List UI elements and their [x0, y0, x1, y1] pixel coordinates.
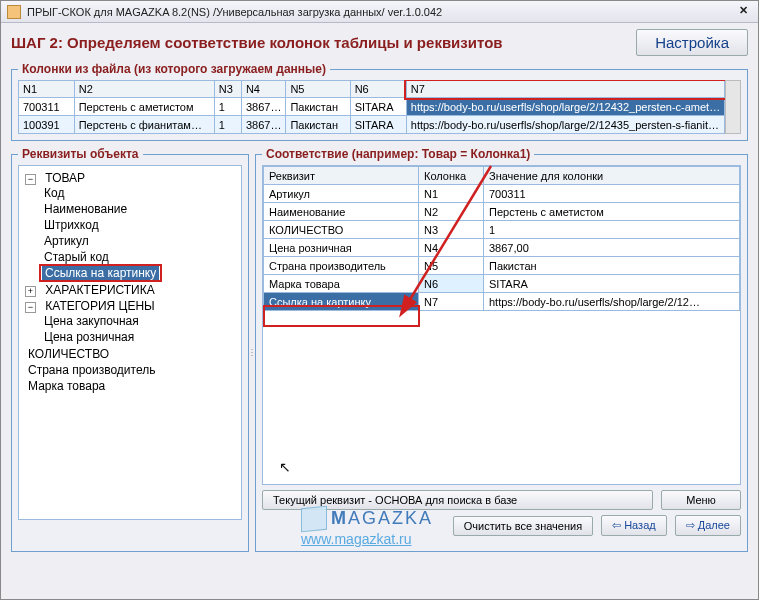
cell[interactable]: N2	[419, 203, 484, 221]
table-row[interactable]: Марка товараN6SITARA	[264, 275, 740, 293]
col-header[interactable]: N1	[19, 81, 75, 98]
cell[interactable]: SITARA	[350, 116, 406, 134]
table-row[interactable]: 100391 Перстень с фианитам… 1 3867… Паки…	[19, 116, 725, 134]
tree-leaf[interactable]: Марка товара	[25, 378, 239, 394]
cell[interactable]: 1	[214, 116, 241, 134]
cell[interactable]: 3867,00	[484, 239, 740, 257]
table-row[interactable]: КОЛИЧЕСТВОN31	[264, 221, 740, 239]
table-row[interactable]: 700311 Перстень с аметистом 1 3867… Паки…	[19, 98, 725, 116]
tree-leaf[interactable]: Наименование	[41, 201, 239, 217]
table-row[interactable]: АртикулN1700311	[264, 185, 740, 203]
mapping-table[interactable]: Реквизит Колонка Значение для колонки Ар…	[263, 166, 740, 311]
cell[interactable]: КОЛИЧЕСТВО	[264, 221, 419, 239]
vertical-scrollbar[interactable]	[725, 80, 741, 134]
tree-leaf-image-link[interactable]: Ссылка на картинку	[41, 265, 239, 281]
col-header[interactable]: N3	[214, 81, 241, 98]
mapping-box: Соответствие (например: Товар = Колонка1…	[255, 147, 748, 552]
file-columns-table[interactable]: N1 N2 N3 N4 N5 N6 N7 700311 Перстень с а…	[18, 80, 725, 134]
tree-node-harak[interactable]: + ХАРАКТЕРИСТИКА	[25, 282, 239, 298]
requisite-tree[interactable]: − ТОВАР Код Наименование Штрихкод Артику…	[18, 165, 242, 520]
cell[interactable]: Перстень с аметистом	[74, 98, 214, 116]
cell[interactable]: SITARA	[350, 98, 406, 116]
tree-node-category[interactable]: − КАТЕГОРИЯ ЦЕНЫ Цена закупочная Цена ро…	[25, 298, 239, 346]
table-row[interactable]: Цена розничнаяN43867,00	[264, 239, 740, 257]
back-button[interactable]: ⇦ Назад	[601, 515, 667, 536]
table-row[interactable]: Страна производительN5Пакистан	[264, 257, 740, 275]
col-header[interactable]: Значение для колонки	[484, 167, 740, 185]
cell[interactable]: Пакистан	[484, 257, 740, 275]
cell[interactable]: Пакистан	[286, 98, 350, 116]
tree-leaf[interactable]: Старый код	[41, 249, 239, 265]
close-icon[interactable]: ✕	[734, 4, 752, 20]
mapping-legend: Соответствие (например: Товар = Колонка1…	[262, 147, 534, 161]
cell[interactable]: https://body-bo.ru/userfls/shop/large/2/…	[484, 293, 740, 311]
cell[interactable]: N5	[419, 257, 484, 275]
tree-leaf[interactable]: Артикул	[41, 233, 239, 249]
col-header[interactable]: Колонка	[419, 167, 484, 185]
titlebar: ПРЫГ-СКОК для MAGAZKA 8.2(NS) /Универсал…	[1, 1, 758, 23]
clear-all-button[interactable]: Очистить все значения	[453, 516, 593, 536]
cell[interactable]: 1	[484, 221, 740, 239]
table-header-row: Реквизит Колонка Значение для колонки	[264, 167, 740, 185]
cell[interactable]: Наименование	[264, 203, 419, 221]
col-header-n7[interactable]: N7	[406, 81, 724, 98]
tree-leaf[interactable]: Код	[41, 185, 239, 201]
step-title: ШАГ 2: Определяем соответствие колонок т…	[11, 34, 636, 51]
cell[interactable]: 1	[214, 98, 241, 116]
collapse-icon[interactable]: −	[25, 174, 36, 185]
tree-node-tovar[interactable]: − ТОВАР Код Наименование Штрихкод Артику…	[25, 170, 239, 282]
cell[interactable]: 700311	[484, 185, 740, 203]
cell[interactable]: Пакистан	[286, 116, 350, 134]
cell[interactable]: https://body-bo.ru/userfls/shop/large/2/…	[406, 116, 724, 134]
object-requisites-box: Реквизиты объекта − ТОВАР Код Наименован…	[11, 147, 249, 552]
table-header-row: N1 N2 N3 N4 N5 N6 N7	[19, 81, 725, 98]
expand-icon[interactable]: +	[25, 286, 36, 297]
arrow-left-icon: ⇦	[612, 519, 621, 531]
file-columns-legend: Колонки из файла (из которого загружаем …	[18, 62, 330, 76]
current-requisite-button[interactable]: Текущий реквизит - ОСНОВА для поиска в б…	[262, 490, 653, 510]
window-title: ПРЫГ-СКОК для MAGAZKA 8.2(NS) /Универсал…	[27, 6, 734, 18]
cell[interactable]: N4	[419, 239, 484, 257]
splitter-grip-icon: ···	[251, 348, 254, 357]
tree-leaf[interactable]: Цена розничная	[41, 329, 239, 345]
cell[interactable]: Перстень с аметистом	[484, 203, 740, 221]
col-header[interactable]: N2	[74, 81, 214, 98]
file-columns-box: Колонки из файла (из которого загружаем …	[11, 62, 748, 141]
col-header[interactable]: N5	[286, 81, 350, 98]
cell[interactable]: Артикул	[264, 185, 419, 203]
cell[interactable]: 3867…	[241, 116, 285, 134]
next-button[interactable]: ⇨ Далее	[675, 515, 741, 536]
tree-leaf[interactable]: КОЛИЧЕСТВО	[25, 346, 239, 362]
table-row[interactable]: НаименованиеN2Перстень с аметистом	[264, 203, 740, 221]
cell[interactable]: SITARA	[484, 275, 740, 293]
cell[interactable]: 700311	[19, 98, 75, 116]
settings-button[interactable]: Настройка	[636, 29, 748, 56]
collapse-icon[interactable]: −	[25, 302, 36, 313]
cell[interactable]: N3	[419, 221, 484, 239]
tree-leaf[interactable]: Цена закупочная	[41, 313, 239, 329]
cell[interactable]: Цена розничная	[264, 239, 419, 257]
cell[interactable]: Страна производитель	[264, 257, 419, 275]
cell-selected[interactable]: https://body-bo.ru/userfls/shop/large/2/…	[406, 98, 724, 116]
menu-button[interactable]: Меню	[661, 490, 741, 510]
app-icon	[7, 5, 21, 19]
cell[interactable]: N6	[419, 275, 484, 293]
cell[interactable]: N1	[419, 185, 484, 203]
cell-selected[interactable]: Ссылка на картинку	[264, 293, 419, 311]
cell[interactable]: 3867…	[241, 98, 285, 116]
object-requisites-legend: Реквизиты объекта	[18, 147, 143, 161]
tree-leaf[interactable]: Штрихкод	[41, 217, 239, 233]
table-row-selected[interactable]: Ссылка на картинкуN7https://body-bo.ru/u…	[264, 293, 740, 311]
arrow-right-icon: ⇨	[686, 519, 695, 531]
cell[interactable]: 100391	[19, 116, 75, 134]
col-header[interactable]: N4	[241, 81, 285, 98]
col-header[interactable]: Реквизит	[264, 167, 419, 185]
cell[interactable]: Перстень с фианитам…	[74, 116, 214, 134]
cell[interactable]: Марка товара	[264, 275, 419, 293]
col-header[interactable]: N6	[350, 81, 406, 98]
cell[interactable]: N7	[419, 293, 484, 311]
tree-leaf[interactable]: Страна производитель	[25, 362, 239, 378]
